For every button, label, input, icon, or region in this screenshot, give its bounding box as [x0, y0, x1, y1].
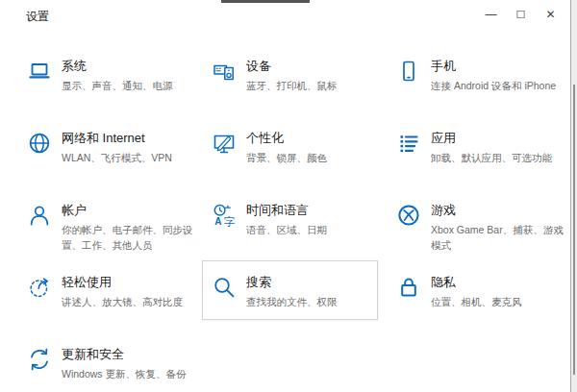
- tile-search[interactable]: 搜索查找我的文件、权限: [194, 259, 379, 331]
- tile-title: 个性化: [246, 130, 327, 147]
- tile-phone[interactable]: 手机连接 Android 设备和 iPhone: [379, 43, 564, 115]
- tile-accounts[interactable]: 帐户你的帐户、电子邮件、同步设置、工作、其他人员: [10, 187, 194, 259]
- tile-title: 搜索: [246, 274, 338, 291]
- tile-title: 轻松使用: [62, 274, 183, 291]
- tile-system[interactable]: 系统显示、声音、通知、电源: [10, 43, 194, 115]
- xbox-icon: [396, 203, 421, 228]
- tile-update-security[interactable]: 更新和安全Windows 更新、恢复、备份: [10, 331, 194, 392]
- tile-text: 搜索查找我的文件、权限: [246, 273, 338, 309]
- tile-text: 隐私位置、相机、麦克风: [431, 273, 522, 309]
- tile-time-language[interactable]: A字时间和语言语音、区域、日期: [194, 187, 379, 259]
- laptop-icon: [27, 59, 52, 84]
- tile-subtitle: Windows 更新、恢复、备份: [62, 366, 187, 381]
- tile-title: 网络和 Internet: [62, 130, 172, 147]
- account-icon: [27, 203, 52, 228]
- tile-subtitle: 查找我的文件、权限: [246, 294, 338, 309]
- tile-subtitle: 位置、相机、麦克风: [431, 294, 522, 309]
- devices-icon: [212, 59, 237, 84]
- tile-subtitle: 连接 Android 设备和 iPhone: [431, 78, 556, 93]
- tile-title: 隐私: [431, 274, 522, 291]
- tile-text: 设备蓝牙、打印机、鼠标: [246, 57, 338, 93]
- tile-gaming[interactable]: 游戏Xbox Game Bar、捕获、游戏模式: [379, 187, 564, 259]
- tile-apps[interactable]: 应用卸载、默认应用、可选功能: [379, 115, 564, 187]
- tile-text: 个性化背景、锁屏、颜色: [246, 129, 327, 165]
- personalization-icon: [212, 131, 237, 156]
- tile-subtitle: 语音、区域、日期: [246, 222, 327, 237]
- tile-text: 系统显示、声音、通知、电源: [62, 57, 173, 93]
- tile-text: 轻松使用讲述人、放大镜、高对比度: [62, 273, 183, 309]
- search-icon: [212, 275, 237, 300]
- minimize-button[interactable]: —: [476, 0, 506, 29]
- maximize-button[interactable]: ☐: [506, 0, 536, 29]
- tile-title: 设备: [246, 58, 338, 75]
- sync-arrows-icon: [27, 347, 52, 372]
- phone-icon: [396, 59, 421, 84]
- tile-privacy[interactable]: 隐私位置、相机、麦克风: [379, 259, 564, 331]
- tile-subtitle: 卸载、默认应用、可选功能: [431, 150, 552, 165]
- tile-personalization[interactable]: 个性化背景、锁屏、颜色: [194, 115, 379, 187]
- tile-ease-of-access[interactable]: 轻松使用讲述人、放大镜、高对比度: [10, 259, 194, 331]
- titlebar: 设置 — ☐ ✕: [0, 0, 571, 31]
- time-language-icon: A字: [212, 203, 237, 228]
- globe-icon: [27, 131, 52, 156]
- tile-subtitle: 你的帐户、电子邮件、同步设置、工作、其他人员: [62, 222, 194, 254]
- tile-text: 帐户你的帐户、电子邮件、同步设置、工作、其他人员: [62, 201, 194, 254]
- tile-title: 时间和语言: [246, 202, 327, 219]
- tile-network[interactable]: 网络和 InternetWLAN、飞行模式、VPN: [10, 115, 194, 187]
- svg-text:A: A: [214, 216, 221, 227]
- tile-devices[interactable]: 设备蓝牙、打印机、鼠标: [194, 43, 379, 115]
- tile-title: 系统: [62, 58, 173, 75]
- tile-text: 网络和 InternetWLAN、飞行模式、VPN: [62, 129, 172, 165]
- window-title: 设置: [0, 0, 49, 25]
- window-controls: — ☐ ✕: [476, 0, 565, 29]
- tile-text: 应用卸载、默认应用、可选功能: [431, 129, 552, 165]
- background-window-sliver: [570, 0, 577, 392]
- lock-icon: [396, 275, 421, 300]
- tile-subtitle: 讲述人、放大镜、高对比度: [62, 294, 183, 309]
- tile-text: 更新和安全Windows 更新、恢复、备份: [62, 345, 187, 381]
- tile-text: 时间和语言语音、区域、日期: [246, 201, 327, 237]
- tile-title: 应用: [431, 130, 552, 147]
- settings-category-grid: 系统显示、声音、通知、电源设备蓝牙、打印机、鼠标手机连接 Android 设备和…: [10, 43, 564, 392]
- svg-text:字: 字: [224, 216, 236, 228]
- tile-text: 手机连接 Android 设备和 iPhone: [431, 57, 556, 93]
- tile-subtitle: Xbox Game Bar、捕获、游戏模式: [431, 222, 564, 254]
- tile-title: 游戏: [431, 202, 564, 219]
- tile-title: 帐户: [62, 202, 194, 219]
- tile-subtitle: 显示、声音、通知、电源: [62, 78, 173, 93]
- background-titlebar-fragment: [221, 0, 310, 3]
- apps-list-icon: [396, 131, 421, 156]
- close-button[interactable]: ✕: [536, 0, 565, 29]
- ease-of-access-icon: [27, 275, 52, 300]
- tile-subtitle: 蓝牙、打印机、鼠标: [246, 78, 338, 93]
- tile-subtitle: 背景、锁屏、颜色: [246, 150, 327, 165]
- tile-title: 手机: [431, 58, 556, 75]
- tile-title: 更新和安全: [62, 346, 187, 363]
- tile-subtitle: WLAN、飞行模式、VPN: [62, 150, 172, 165]
- tile-text: 游戏Xbox Game Bar、捕获、游戏模式: [431, 201, 564, 254]
